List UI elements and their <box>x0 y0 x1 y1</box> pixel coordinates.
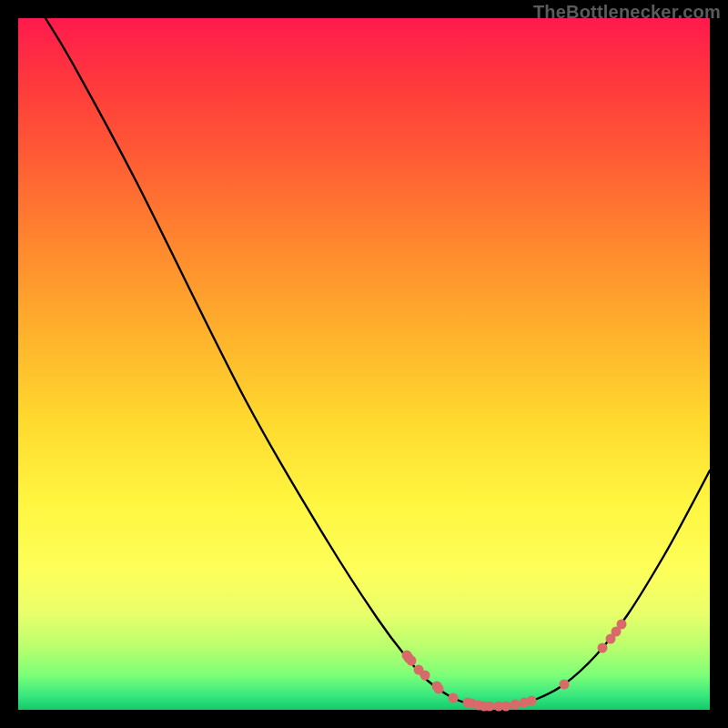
data-marker <box>404 653 414 663</box>
chart-svg <box>18 18 710 710</box>
data-marker <box>501 702 511 712</box>
data-marker <box>449 693 459 703</box>
marker-group <box>402 620 627 712</box>
chart-frame: TheBottlenecker.com <box>0 0 728 728</box>
data-marker <box>420 671 430 681</box>
data-marker <box>511 700 521 710</box>
curve-line <box>46 18 710 707</box>
data-marker <box>485 702 495 712</box>
data-marker <box>598 643 608 653</box>
data-marker <box>560 680 570 690</box>
data-marker <box>617 620 627 630</box>
data-marker <box>527 696 537 706</box>
data-marker <box>434 684 444 694</box>
